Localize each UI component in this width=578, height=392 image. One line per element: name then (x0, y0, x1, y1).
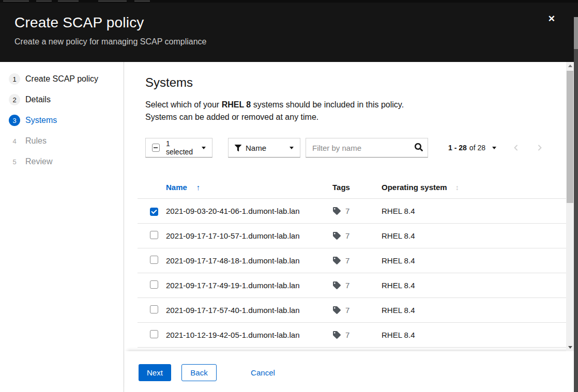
sortable-icon[interactable]: ↕ (455, 183, 459, 192)
tag-icon (333, 281, 341, 289)
system-name: 2021-09-17-17-49-19-1.dumont-lab.lan (163, 281, 329, 290)
operating-system: RHEL 8.4 (381, 231, 566, 240)
tag-count: 7 (345, 207, 349, 215)
bulk-select-checkbox[interactable] (152, 144, 160, 152)
desc-line2: Systems can be added or removed at any t… (145, 113, 318, 121)
operating-system: RHEL 8.4 (381, 256, 566, 265)
tag-icon (333, 306, 341, 314)
systems-table: Name ↑ Tags Operating system ↕ 2021-09-0… (138, 176, 566, 348)
table-row: 2021-09-17-17-10-57-1.dumont-lab.lan 7 R… (138, 224, 566, 248)
tags-cell[interactable]: 7 (329, 281, 381, 290)
tags-cell[interactable]: 7 (329, 231, 381, 240)
tags-cell[interactable]: 7 (329, 331, 381, 339)
tags-cell[interactable]: 7 (329, 207, 381, 215)
system-name: 2021-09-17-17-10-57-1.dumont-lab.lan (163, 231, 329, 240)
tags-cell[interactable]: 7 (329, 306, 381, 315)
row-checkbox[interactable] (150, 256, 158, 264)
caret-down-icon (202, 147, 206, 149)
desc-suffix: systems should be included in this polic… (251, 100, 404, 109)
tag-icon (333, 331, 341, 339)
column-header-os[interactable]: Operating system (382, 183, 447, 192)
pagination-range: 1 - 28 (448, 144, 467, 152)
table-row: 2021-09-17-17-48-18-1.dumont-lab.lan 7 R… (138, 248, 566, 273)
next-page-button[interactable] (537, 144, 543, 151)
column-header-name[interactable]: Name (166, 183, 187, 192)
wizard-step[interactable]: 1 Create SCAP policy (0, 69, 124, 89)
next-button[interactable]: Next (139, 364, 171, 381)
row-checkbox[interactable] (150, 305, 158, 313)
previous-page-button[interactable] (513, 144, 519, 151)
table-toolbar: 1 selected Name 1 - 28 of 28 (145, 138, 566, 158)
table-row: 2021-09-17-17-57-40-1.dumont-lab.lan 7 R… (138, 298, 566, 323)
system-name: 2021-09-17-17-48-18-1.dumont-lab.lan (163, 256, 329, 265)
filter-by-name-input[interactable] (306, 138, 428, 158)
background-page-strip (0, 0, 578, 3)
wizard-step[interactable]: 2 Details (0, 89, 124, 110)
browser-scrollbar-thumb[interactable] (574, 17, 578, 49)
step-number: 2 (9, 94, 20, 105)
step-description: Select which of your RHEL 8 systems shou… (145, 99, 566, 123)
step-label: Systems (25, 116, 57, 125)
scroll-down-icon[interactable] (566, 343, 574, 351)
step-number: 4 (9, 135, 20, 147)
modal-title: Create SCAP policy (14, 14, 578, 31)
name-filter (306, 138, 428, 158)
pagination: 1 - 28 of 28 (448, 144, 543, 152)
step-label: Details (25, 95, 51, 104)
step-label: Review (25, 157, 52, 166)
content-scrollbar-thumb[interactable] (567, 71, 573, 203)
system-name: 2021-10-12-19-42-05-1.dumont-lab.lan (163, 331, 329, 339)
wizard-footer: Next Back Cancel (125, 351, 574, 392)
browser-scrollbar[interactable] (574, 17, 578, 392)
operating-system: RHEL 8.4 (381, 331, 566, 339)
create-scap-policy-modal: Create SCAP policy Create a new policy f… (0, 0, 578, 392)
cancel-button[interactable]: Cancel (251, 364, 275, 381)
wizard-nav: 1 Create SCAP policy 2 Details 3 Systems… (0, 62, 124, 392)
close-icon[interactable]: ✕ (548, 14, 555, 23)
row-checkbox[interactable] (150, 208, 158, 216)
row-checkbox[interactable] (150, 280, 158, 289)
operating-system: RHEL 8.4 (381, 281, 566, 290)
desc-prefix: Select which of your (145, 100, 222, 109)
modal-subtitle: Create a new policy for managing SCAP co… (14, 37, 578, 46)
caret-down-icon[interactable] (492, 147, 496, 149)
tag-count: 7 (345, 256, 349, 265)
table-row: 2021-09-03-20-41-06-1.dumont-lab.lan 7 R… (138, 199, 566, 224)
column-header-tags: Tags (329, 183, 381, 192)
scroll-up-icon[interactable] (566, 62, 574, 70)
back-button[interactable]: Back (181, 364, 216, 381)
tag-icon (333, 232, 341, 240)
table-header-row: Name ↑ Tags Operating system ↕ (138, 176, 566, 199)
system-name: 2021-09-17-17-57-40-1.dumont-lab.lan (163, 306, 329, 315)
sort-ascending-icon[interactable]: ↑ (196, 183, 201, 192)
wizard-step-content: Systems Select which of your RHEL 8 syst… (125, 62, 566, 351)
table-row: 2021-09-17-17-49-19-1.dumont-lab.lan 7 R… (138, 273, 566, 298)
step-number: 1 (9, 73, 20, 85)
filter-attribute-dropdown[interactable]: Name (228, 138, 300, 158)
tag-count: 7 (345, 306, 349, 315)
pagination-total: of 28 (469, 144, 485, 152)
row-checkbox[interactable] (150, 231, 158, 239)
tag-count: 7 (345, 331, 349, 339)
wizard-step[interactable]: 5 Review (0, 151, 124, 172)
tag-count: 7 (345, 231, 349, 240)
tag-icon (333, 257, 341, 264)
tag-icon (333, 207, 341, 215)
step-number: 3 (9, 115, 20, 126)
tags-cell[interactable]: 7 (329, 256, 381, 265)
bulk-select-dropdown[interactable]: 1 selected (145, 138, 212, 158)
step-number: 5 (9, 156, 20, 167)
step-label: Create SCAP policy (25, 74, 98, 84)
page-title: Systems (145, 75, 566, 90)
table-row: 2021-10-12-19-42-05-1.dumont-lab.lan 7 R… (138, 323, 566, 348)
tag-count: 7 (345, 281, 349, 290)
filter-icon (235, 145, 241, 151)
wizard-step[interactable]: 4 Rules (0, 131, 124, 151)
wizard-step[interactable]: 3 Systems (0, 110, 124, 131)
filter-attribute-label: Name (246, 144, 266, 152)
content-scrollbar[interactable] (566, 62, 574, 351)
search-icon[interactable] (415, 143, 423, 151)
modal-header: Create SCAP policy Create a new policy f… (0, 0, 578, 62)
operating-system: RHEL 8.4 (381, 207, 566, 215)
row-checkbox[interactable] (150, 330, 158, 338)
